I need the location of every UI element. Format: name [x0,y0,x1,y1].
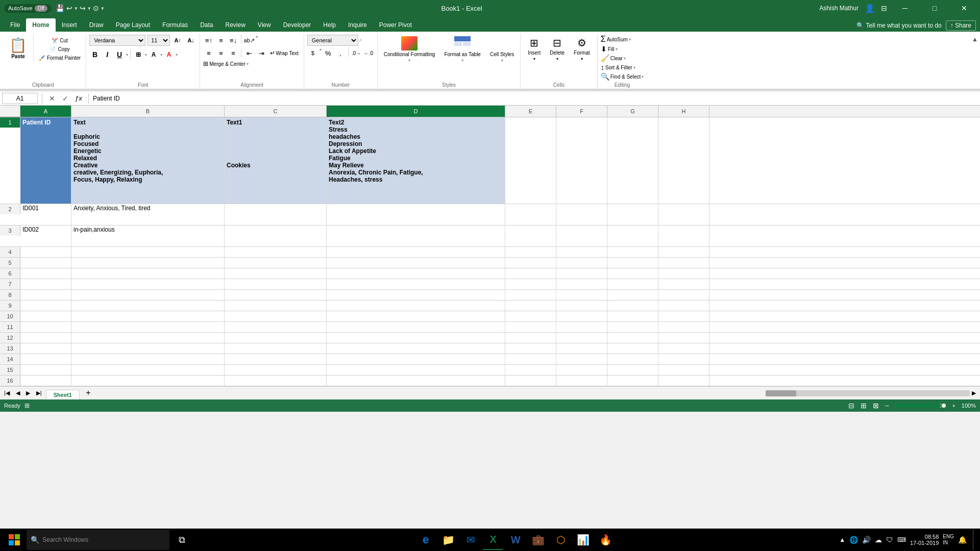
row-num-5[interactable]: 5 [0,258,20,268]
align-bottom-button[interactable]: ≡↓ [228,35,239,46]
tab-data[interactable]: Data [194,18,219,32]
show-hidden-icons[interactable]: ▲ [839,536,845,543]
row-num-14[interactable]: 14 [0,354,20,364]
redo-icon[interactable]: ↪ [80,4,86,12]
sheet-nav-last[interactable]: ▶| [34,389,44,397]
row-num-10[interactable]: 10 [0,311,20,321]
customize-icon[interactable]: ⊙ [93,4,99,12]
align-right-button[interactable]: ≡ [228,47,239,59]
decrease-decimal-button[interactable]: ←.0 [363,47,374,59]
cell-d2[interactable] [327,204,505,225]
tab-file[interactable]: File [4,18,26,32]
save-icon[interactable]: 💾 [56,4,64,12]
confirm-formula-button[interactable]: ✓ [60,93,71,104]
row-num-7[interactable]: 7 [0,279,20,289]
share-button[interactable]: ↑ Share [946,20,976,31]
find-dropdown[interactable]: ▾ [642,74,644,79]
cell-f3[interactable] [556,226,607,246]
cell-c2[interactable] [225,204,327,225]
cell-g1[interactable] [607,117,658,204]
col-header-h[interactable]: H [658,106,709,117]
clear-button[interactable]: 🧹 Clear ▾ [601,54,626,62]
outlook-icon[interactable]: ✉ [460,530,481,550]
autosum-dropdown[interactable]: ▾ [629,37,631,42]
edge-icon[interactable]: e [415,530,436,550]
scroll-right-button[interactable]: ▶ [970,390,978,396]
tab-review[interactable]: Review [219,18,251,32]
bold-button[interactable]: B [89,49,101,60]
decrease-font-button[interactable]: A↓ [185,35,197,46]
find-select-button[interactable]: 🔍 Find & Select ▾ [601,72,644,81]
fill-color-dropdown[interactable]: ▾ [160,53,162,57]
col-header-b[interactable]: B [71,106,225,117]
cell-b2[interactable]: Anxiety, Anxious, Tired, tired [71,204,225,225]
underline-dropdown[interactable]: ▾ [126,53,128,57]
row-num-4[interactable]: 4 [0,247,20,257]
cell-e3[interactable] [505,226,556,246]
tab-power-pivot[interactable]: Power Pivot [373,18,418,32]
border-dropdown[interactable]: ▾ [145,53,147,57]
fill-dropdown[interactable]: ▾ [616,47,618,52]
start-button[interactable] [4,530,24,550]
cell-c3[interactable] [225,226,327,246]
restore-ribbon-icon[interactable]: ⊟ [881,4,887,12]
language-display[interactable]: ENGIN [943,534,954,546]
show-desktop-button[interactable] [973,530,976,550]
cell-a3[interactable]: ID002 [20,226,71,246]
zoom-plus-button[interactable]: + [952,403,955,409]
sheet-nav-prev[interactable]: ◀ [14,389,22,397]
row-num-3[interactable]: 3 [0,226,20,236]
row-num-1[interactable]: 1 [0,117,20,128]
cell-g3[interactable] [607,226,658,246]
cell-a2[interactable]: ID001 [20,204,71,225]
datetime-display[interactable]: 08:58 17-01-2019 [910,534,939,546]
col-header-d[interactable]: D [327,106,505,117]
app-icon-5[interactable]: 💼 [528,530,548,550]
cell-h1[interactable] [658,117,709,204]
delete-dropdown[interactable]: ▾ [556,57,558,61]
onedrive-icon[interactable]: ☁ [875,536,882,544]
autosum-button[interactable]: Σ AutoSum ▾ [601,35,631,44]
row-num-6[interactable]: 6 [0,268,20,279]
tell-me-box[interactable]: 🔍 Tell me what you want to do [856,22,941,29]
insert-function-button[interactable]: ƒx [73,93,84,104]
autosave-state[interactable]: Off [35,5,47,12]
cell-h3[interactable] [658,226,709,246]
close-button[interactable]: ✕ [952,0,976,16]
cell-e1[interactable] [505,117,556,204]
tab-developer[interactable]: Developer [277,18,317,32]
paste-button[interactable]: 📋 Paste [6,36,30,60]
app-icon-8[interactable]: 🔥 [595,530,616,550]
font-size-select[interactable]: 11 [148,35,170,46]
italic-button[interactable]: I [102,49,113,60]
cell-d3[interactable] [327,226,505,246]
increase-decimal-button[interactable]: .0→ [351,47,362,59]
network-icon[interactable]: 🌐 [849,536,858,544]
formula-input[interactable] [93,93,978,104]
normal-view-button[interactable]: ⊟ [848,402,854,410]
ribbon-collapse-button[interactable]: ▲ [970,34,980,89]
merge-center-button[interactable]: ⊞ Merge & Center ▾ [203,60,249,67]
horizontal-scroll-bar[interactable]: ▶ [94,390,980,396]
word-taskbar-icon[interactable]: W [505,530,526,550]
sort-dropdown[interactable]: ▾ [633,65,635,70]
sheet-tab-sheet1[interactable]: Sheet1 [46,390,80,399]
undo-icon[interactable]: ↩ [66,4,72,12]
orientation-button[interactable]: ab↗ [243,35,255,46]
row-num-12[interactable]: 12 [0,333,20,343]
thousands-button[interactable]: , [335,47,346,59]
orientation-dropdown[interactable]: ▾ [256,35,258,46]
minimize-button[interactable]: ─ [893,0,917,16]
cell-d1[interactable]: Text2StressheadachesDepressionLack of Ap… [327,117,505,204]
accounting-dropdown[interactable]: ▾ [320,47,322,59]
autosave-toggle[interactable]: AutoSave Off [4,4,52,13]
col-header-a[interactable]: A [20,106,71,117]
cell-h2[interactable] [658,204,709,225]
font-color-dropdown[interactable]: ▾ [176,53,178,57]
col-header-c[interactable]: C [225,106,327,117]
clear-dropdown[interactable]: ▾ [624,56,626,61]
cut-button[interactable]: ✂️ Cut [37,37,83,44]
sheet-nav-first[interactable]: |◀ [2,389,12,397]
notification-icon[interactable]: 🔔 [958,536,967,544]
col-header-g[interactable]: G [607,106,658,117]
